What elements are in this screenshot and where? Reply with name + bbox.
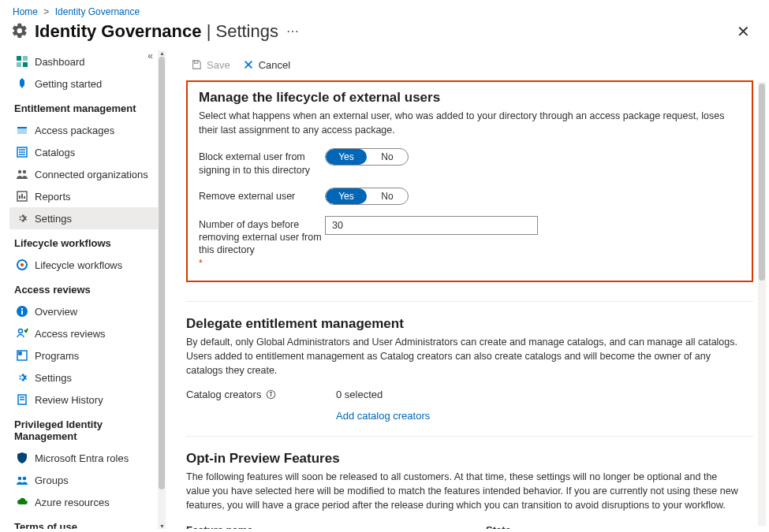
- svg-rect-0: [17, 56, 21, 61]
- catalog-creators-count: 0 selected: [336, 389, 383, 400]
- sidebar-item-label: Reports: [35, 191, 71, 203]
- page-header: Identity Governance | Settings ⋯ ✕: [0, 19, 769, 50]
- info-small-icon[interactable]: [266, 389, 276, 400]
- row-block-signin: Block external user from signing in to t…: [199, 148, 741, 177]
- svg-rect-1: [23, 56, 28, 61]
- svg-rect-2: [17, 62, 21, 67]
- shield-icon: [16, 452, 28, 464]
- breadcrumb-ig[interactable]: Identity Governance: [55, 6, 140, 17]
- toggle-no[interactable]: No: [367, 188, 408, 204]
- cloud-icon: [16, 496, 28, 508]
- main-pane: Save Cancel Manage the lifecycle of exte…: [166, 50, 769, 529]
- close-icon[interactable]: ✕: [730, 19, 756, 44]
- breadcrumb-home[interactable]: Home: [13, 6, 38, 17]
- main-scrollbar-thumb[interactable]: [759, 84, 765, 281]
- row-days: Number of days before removing external …: [199, 216, 741, 270]
- breadcrumb-sep: >: [43, 6, 49, 17]
- col-state: State: [486, 524, 511, 530]
- delegate-desc: By default, only Global Administrators a…: [186, 335, 738, 378]
- page-title: Identity Governance | Settings: [35, 21, 278, 42]
- toggle-no[interactable]: No: [367, 149, 408, 165]
- sidebar-section-lifecycle: Lifecycle workflows: [9, 229, 162, 254]
- cancel-button[interactable]: Cancel: [243, 59, 290, 71]
- row-block-signin-label: Block external user from signing in to t…: [199, 148, 325, 177]
- sidebar-item-azure-resources[interactable]: Azure resources: [9, 491, 162, 513]
- row-days-label: Number of days before removing external …: [199, 216, 325, 270]
- sidebar-item-label: Access reviews: [35, 328, 106, 340]
- sidebar: « Dashboard Getting started Entitlement …: [0, 50, 166, 529]
- svg-point-16: [19, 329, 23, 333]
- sidebar-item-overview[interactable]: Overview: [9, 300, 162, 322]
- sidebar-item-reports[interactable]: Reports: [9, 185, 162, 207]
- review-icon: [16, 327, 28, 340]
- sidebar-item-review-history[interactable]: Review History: [9, 389, 162, 411]
- sidebar-item-label: Settings: [35, 372, 72, 384]
- sidebar-item-lifecycle-workflows[interactable]: Lifecycle workflows: [9, 254, 162, 276]
- sidebar-item-label: Getting started: [35, 78, 102, 90]
- row-remove-user-label: Remove external user: [199, 188, 325, 203]
- lifecycle-card: Manage the lifecycle of external users S…: [186, 80, 753, 282]
- groups-icon: [16, 474, 28, 486]
- gear2-icon: [16, 371, 28, 384]
- lifecycle-desc: Select what happens when an external use…: [199, 109, 741, 137]
- sidebar-scrollbar-thumb[interactable]: [159, 57, 165, 489]
- lifecycle-icon: [16, 259, 28, 271]
- sidebar-item-ar-settings[interactable]: Settings: [9, 366, 162, 389]
- svg-point-9: [23, 170, 26, 173]
- sidebar-item-label: Microsoft Entra roles: [35, 452, 129, 464]
- sidebar-item-connected-orgs[interactable]: Connected organizations: [9, 163, 162, 185]
- dashboard-icon: [16, 55, 28, 68]
- sidebar-item-label: Catalogs: [35, 147, 75, 158]
- sidebar-item-label: Overview: [35, 306, 77, 318]
- svg-point-12: [21, 263, 24, 266]
- toggle-block-signin[interactable]: Yes No: [325, 148, 409, 166]
- svg-point-8: [18, 170, 21, 173]
- sidebar-item-label: Groups: [35, 474, 69, 486]
- save-icon: [191, 59, 202, 70]
- sidebar-item-dashboard[interactable]: Dashboard: [9, 50, 162, 73]
- sidebar-section-pim: Privileged Identity Management: [9, 411, 162, 447]
- cancel-icon: [243, 59, 254, 70]
- feature-table-header: Feature name State: [186, 524, 753, 530]
- sidebar-item-programs[interactable]: Programs: [9, 344, 162, 366]
- sidebar-item-groups[interactable]: Groups: [9, 469, 162, 491]
- sidebar-section-terms: Terms of use: [9, 513, 162, 529]
- catalog-creators-row: Catalog creators 0 selected: [186, 389, 753, 400]
- sidebar-scrollbar[interactable]: ▲ ▼: [158, 50, 166, 529]
- sidebar-item-label: Settings: [35, 213, 72, 225]
- divider: [186, 301, 753, 302]
- preview-desc: The following features will soon be rele…: [186, 470, 738, 512]
- scroll-down-icon: ▼: [159, 523, 164, 529]
- toggle-yes[interactable]: Yes: [326, 188, 367, 204]
- svg-point-23: [23, 477, 27, 481]
- sidebar-item-settings[interactable]: Settings: [9, 207, 162, 229]
- svg-point-22: [18, 477, 22, 481]
- sidebar-section-entitlement: Entitlement management: [9, 95, 162, 119]
- toggle-yes[interactable]: Yes: [326, 149, 367, 165]
- sidebar-item-label: Programs: [35, 350, 79, 362]
- people-icon: [16, 168, 28, 180]
- add-catalog-creators-link[interactable]: Add catalog creators: [186, 410, 753, 422]
- sidebar-item-access-packages[interactable]: Access packages: [9, 119, 162, 141]
- sidebar-section-access-reviews: Access reviews: [9, 276, 162, 300]
- main-scrollbar[interactable]: [758, 82, 766, 526]
- sidebar-item-catalogs[interactable]: Catalogs: [9, 141, 162, 163]
- sidebar-item-entra-roles[interactable]: Microsoft Entra roles: [9, 447, 162, 469]
- collapse-chevron-icon[interactable]: «: [147, 50, 153, 61]
- sidebar-item-access-reviews[interactable]: Access reviews: [9, 322, 162, 344]
- save-button[interactable]: Save: [191, 59, 230, 71]
- more-icon[interactable]: ⋯: [286, 25, 299, 38]
- info-icon: [16, 305, 28, 318]
- save-button-label: Save: [207, 59, 230, 71]
- svg-rect-24: [194, 61, 197, 64]
- reports-icon: [16, 190, 28, 203]
- breadcrumb: Home > Identity Governance: [0, 0, 769, 19]
- row-remove-user: Remove external user Yes No: [199, 188, 741, 205]
- sidebar-item-getting-started[interactable]: Getting started: [9, 73, 162, 95]
- toggle-remove-user[interactable]: Yes No: [325, 188, 409, 205]
- programs-icon: [16, 349, 28, 362]
- sidebar-item-label: Review History: [35, 394, 103, 406]
- lifecycle-title: Manage the lifecycle of external users: [199, 90, 741, 106]
- days-input[interactable]: [325, 216, 538, 235]
- delegate-title: Delegate entitlement management: [186, 316, 753, 332]
